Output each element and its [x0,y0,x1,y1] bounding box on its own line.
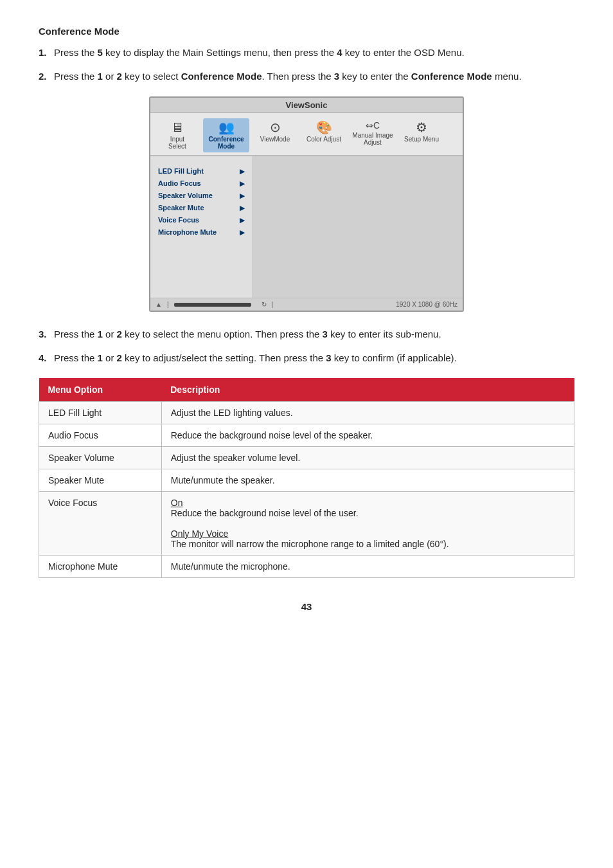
step-4-num: 4. [39,351,54,366]
osd-menu-voice-focus: Voice Focus ▶ [157,214,246,226]
osd-status-separator2: | [272,301,274,308]
osd-topnav: 🖥 InputSelect 👥 ConferenceMode ⊙ ViewMod… [150,113,463,156]
osd-nav-manual-image-adjust-label: Manual ImageAdjust [352,132,393,146]
table-cell-speaker-mute-option: Speaker Mute [39,469,162,492]
table-row: Microphone Mute Mute/unmute the micropho… [39,556,574,578]
step-2-text: Press the 1 or 2 key to select Conferenc… [54,69,574,84]
osd-nav-setup-menu-label: Setup Menu [404,136,439,143]
table-cell-speaker-volume-desc: Adjust the speaker volume level. [161,447,574,469]
osd-menu-led-arrow: ▶ [240,168,245,175]
step-4: 4. Press the 1 or 2 key to adjust/select… [39,351,574,366]
osd-menu-speaker-mute: Speaker Mute ▶ [157,202,246,213]
step-2: 2. Press the 1 or 2 key to select Confer… [39,69,574,84]
step-1: 1. Press the 5 key to display the Main S… [39,46,574,60]
table-header-row: Menu Option Description [39,378,574,402]
table-cell-microphone-mute-option: Microphone Mute [39,556,162,578]
voice-focus-on-desc: Reduce the background noise level of the… [171,508,359,518]
color-adjust-icon: 🎨 [316,121,332,134]
osd-menu-audio-arrow: ▶ [240,180,245,187]
table-cell-voice-focus-desc: On Reduce the background noise level of … [161,492,574,556]
osd-nav-conference-mode-label: ConferenceMode [208,136,244,150]
osd-menu-speaker-mute-arrow: ▶ [240,204,245,212]
osd-nav-input-select-label: InputSelect [168,136,186,150]
osd-status-separator1: | [167,301,169,308]
osd-menu-microphone-mute: Microphone Mute ▶ [157,226,246,238]
osd-nav-manual-image-adjust: ⇔C Manual ImageAdjust [350,118,396,152]
osd-menu-led-fill-light: LED Fill Light ▶ [157,165,246,177]
osd-nav-input-select: 🖥 InputSelect [154,118,200,152]
section-title: Conference Mode [39,26,574,37]
table-cell-speaker-mute-desc: Mute/unmute the speaker. [161,469,574,492]
step-2-num: 2. [39,69,54,84]
page-number: 43 [39,601,574,612]
osd-nav-setup-menu: ⚙ Setup Menu [398,118,445,152]
osd-menu-voice-focus-label: Voice Focus [158,216,199,224]
osd-menu-speaker-volume: Speaker Volume ▶ [157,190,246,201]
menu-options-table: Menu Option Description LED Fill Light A… [39,378,574,578]
osd-menu-right [253,156,463,298]
table-cell-speaker-volume-option: Speaker Volume [39,447,162,469]
step-1-num: 1. [39,46,54,60]
osd-titlebar: ViewSonic [150,98,463,113]
osd-nav-color-adjust: 🎨 Color Adjust [301,118,347,152]
osd-nav-conference-mode: 👥 ConferenceMode [203,118,249,152]
osd-menu-mic-mute-arrow: ▶ [240,229,245,236]
step-3: 3. Press the 1 or 2 key to select the me… [39,327,574,342]
manual-image-adjust-icon: ⇔C [366,121,380,130]
osd-menu-audio-focus: Audio Focus ▶ [157,177,246,189]
table-row: Audio Focus Reduce the background noise … [39,424,574,447]
osd-nav-viewmode-label: ViewMode [260,136,290,143]
osd-menu-speaker-vol-label: Speaker Volume [158,192,213,199]
step-3-text: Press the 1 or 2 key to select the menu … [54,327,574,342]
osd-resolution: 1920 X 1080 @ 60Hz [396,301,458,308]
osd-nav-viewmode: ⊙ ViewMode [252,118,298,152]
table-row: LED Fill Light Adjust the LED lighting v… [39,402,574,424]
step-3-num: 3. [39,327,54,342]
conference-mode-icon: 👥 [218,121,235,134]
osd-menu-audio-label: Audio Focus [158,179,201,187]
setup-menu-icon: ⚙ [416,121,427,134]
table-header-description: Description [161,378,574,402]
osd-mockup: ViewSonic 🖥 InputSelect 👥 ConferenceMode… [149,96,464,312]
table-cell-microphone-mute-desc: Mute/unmute the microphone. [161,556,574,578]
table-row: Speaker Mute Mute/unmute the speaker. [39,469,574,492]
osd-bar-graphic [174,303,251,307]
table-cell-audio-focus-desc: Reduce the background noise level of the… [161,424,574,447]
table-header-menu-option: Menu Option [39,378,162,402]
table-cell-voice-focus-option: Voice Focus [39,492,162,556]
input-select-icon: 🖥 [171,121,184,134]
table-row: Voice Focus On Reduce the background noi… [39,492,574,556]
voice-focus-only-my-voice-label: Only My Voice [171,529,228,539]
table-cell-audio-focus-option: Audio Focus [39,424,162,447]
osd-status-icon: ↻ [262,301,267,308]
osd-menu-area: LED Fill Light ▶ Audio Focus ▶ Speaker V… [150,156,463,298]
osd-menu-speaker-vol-arrow: ▶ [240,192,245,199]
osd-menu-left: LED Fill Light ▶ Audio Focus ▶ Speaker V… [150,156,253,298]
table-row: Speaker Volume Adjust the speaker volume… [39,447,574,469]
table-cell-led-fill-light-option: LED Fill Light [39,402,162,424]
osd-menu-speaker-mute-label: Speaker Mute [158,204,204,212]
osd-menu-led-label: LED Fill Light [158,167,204,175]
voice-focus-only-my-voice-desc: The monitor will narrow the microphone r… [171,539,449,549]
table-cell-led-fill-light-desc: Adjust the LED lighting values. [161,402,574,424]
voice-focus-on-label: On [171,498,183,508]
osd-menu-voice-focus-arrow: ▶ [240,217,245,224]
osd-menu-mic-mute-label: Microphone Mute [158,228,217,236]
viewmode-icon: ⊙ [270,121,281,134]
steps-list-1: 1. Press the 5 key to display the Main S… [39,46,574,84]
step-4-text: Press the 1 or 2 key to adjust/select th… [54,351,574,366]
osd-status-left: ▲ [155,301,162,308]
osd-statusbar: ▲ | ↻ | 1920 X 1080 @ 60Hz [150,298,463,311]
step-1-text: Press the 5 key to display the Main Sett… [54,46,574,60]
steps-list-2: 3. Press the 1 or 2 key to select the me… [39,327,574,365]
osd-nav-color-adjust-label: Color Adjust [306,136,341,143]
